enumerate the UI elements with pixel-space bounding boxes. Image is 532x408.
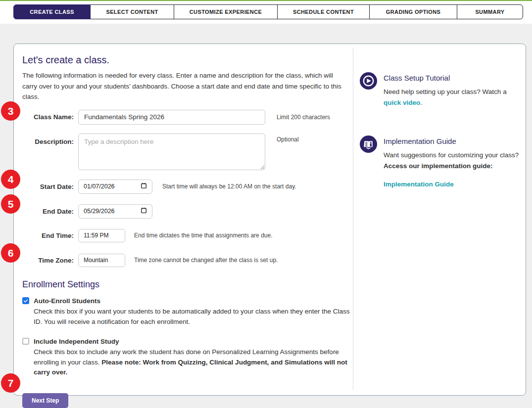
tutorial-body: Class Setup Tutorial Need help setting u… (384, 72, 519, 108)
annotation-badge-5: 5 (1, 194, 20, 214)
auto-enroll-toggle[interactable]: Auto-Enroll Students (22, 297, 353, 305)
description-label: Description: (22, 134, 74, 145)
annotation-badge-7: 7 (1, 373, 20, 393)
auto-enroll-description-text: Check this box if you want your students… (34, 308, 350, 325)
create-class-form: Let's create a class. The following info… (14, 44, 353, 395)
page-background: Let's create a class. The following info… (0, 24, 532, 408)
tutorial-text-before: Need help setting up your class? Watch a (384, 88, 507, 95)
tab-customize-experience[interactable]: CUSTOMIZE EXPERIENCE (174, 4, 278, 19)
guide-heading: Implementation Guide (384, 137, 519, 145)
class-setup-page: CREATE CLASS SELECT CONTENT CUSTOMIZE EX… (0, 0, 532, 408)
annotation-badge-6: 6 (1, 243, 20, 263)
independent-study-description: Check this box to include any work the s… (34, 347, 356, 378)
tab-grading-options[interactable]: GRADING OPTIONS (369, 4, 457, 19)
independent-study-toggle[interactable]: Include Independent Study (22, 338, 353, 345)
auto-enroll-option: Auto-Enroll Students Check this box if y… (22, 297, 353, 327)
description-input[interactable] (78, 134, 265, 170)
start-date-row: Start Date: 01/07/2026 Start time will a… (22, 180, 353, 194)
tutorial-text-after: . (420, 99, 422, 106)
auto-enroll-label: Auto-Enroll Students (34, 297, 100, 305)
end-time-input[interactable] (78, 229, 125, 242)
end-time-hint: End time dictates the time that assignme… (134, 232, 272, 239)
annotation-badge-3: 3 (1, 101, 20, 121)
class-name-label: Class Name: (22, 113, 74, 121)
page-title: Let's create a class. (22, 54, 353, 66)
calendar-icon[interactable] (141, 182, 147, 190)
end-time-label: End Time: (22, 232, 74, 239)
enrollment-settings-heading: Enrollment Settings (22, 279, 353, 290)
tab-create-class[interactable]: CREATE CLASS (13, 4, 91, 19)
tab-schedule-content[interactable]: SCHEDULE CONTENT (277, 4, 370, 19)
calendar-icon[interactable] (141, 207, 147, 215)
time-zone-label: Time Zone: (22, 257, 74, 264)
annotation-badge-4: 4 (1, 170, 20, 189)
description-row: Description: Optional (22, 134, 353, 170)
start-date-input[interactable]: 01/07/2026 (78, 180, 152, 194)
start-date-label: Start Date: (22, 183, 74, 190)
open-book-icon (360, 136, 377, 153)
start-date-value: 01/07/2026 (84, 183, 115, 190)
description-hint: Optional (277, 134, 299, 143)
next-step-button[interactable]: Next Step (22, 393, 68, 408)
tutorial-text: Need help setting up your class? Watch a… (384, 87, 519, 108)
intro-text: The following information is needed for … (22, 70, 349, 102)
guide-text: Want suggestions for customizing your cl… (384, 150, 519, 171)
time-zone-input[interactable] (78, 254, 125, 267)
end-date-row: End Date: 05/29/2026 (22, 204, 353, 219)
class-name-input[interactable] (78, 110, 265, 125)
quick-video-link[interactable]: quick video (384, 99, 420, 106)
end-date-value: 05/29/2026 (84, 208, 115, 215)
guide-body: Implementation Guide Want suggestions fo… (384, 136, 519, 188)
create-class-card: Let's create a class. The following info… (13, 44, 526, 396)
implementation-guide-block: Implementation Guide Want suggestions fo… (360, 136, 519, 188)
class-name-hint: Limit 200 characters (277, 114, 330, 121)
guide-text-bold: Access our implementation guide: (384, 162, 493, 170)
end-date-input[interactable]: 05/29/2026 (78, 204, 152, 219)
auto-enroll-description: Check this box if you want your students… (34, 307, 356, 327)
tutorial-heading: Class Setup Tutorial (384, 74, 519, 82)
tab-summary[interactable]: SUMMARY (457, 4, 523, 19)
independent-study-checkbox[interactable] (22, 338, 29, 345)
play-icon (360, 72, 377, 90)
auto-enroll-checkbox[interactable] (22, 297, 29, 304)
class-setup-tutorial-block: Class Setup Tutorial Need help setting u… (360, 72, 519, 108)
tab-select-content[interactable]: SELECT CONTENT (90, 4, 174, 19)
check-icon (23, 298, 28, 304)
independent-study-option: Include Independent Study Check this box… (22, 338, 353, 378)
start-date-hint: Start time will always be 12:00 AM on th… (162, 183, 296, 190)
end-time-row: End Time: End time dictates the time tha… (22, 229, 353, 242)
help-panel: Class Setup Tutorial Need help setting u… (353, 48, 527, 390)
top-accent-bar (0, 0, 532, 1)
independent-study-label: Include Independent Study (34, 338, 119, 345)
implementation-guide-link[interactable]: Implementation Guide (384, 181, 454, 188)
time-zone-row: Time Zone: Time zone cannot be changed a… (22, 254, 353, 267)
guide-text-plain: Want suggestions for customizing your cl… (384, 151, 519, 159)
end-date-label: End Date: (22, 208, 74, 215)
class-name-row: Class Name: Limit 200 characters (22, 110, 353, 125)
time-zone-hint: Time zone cannot be changed after the cl… (134, 257, 278, 264)
wizard-step-tabs: CREATE CLASS SELECT CONTENT CUSTOMIZE EX… (13, 4, 523, 19)
